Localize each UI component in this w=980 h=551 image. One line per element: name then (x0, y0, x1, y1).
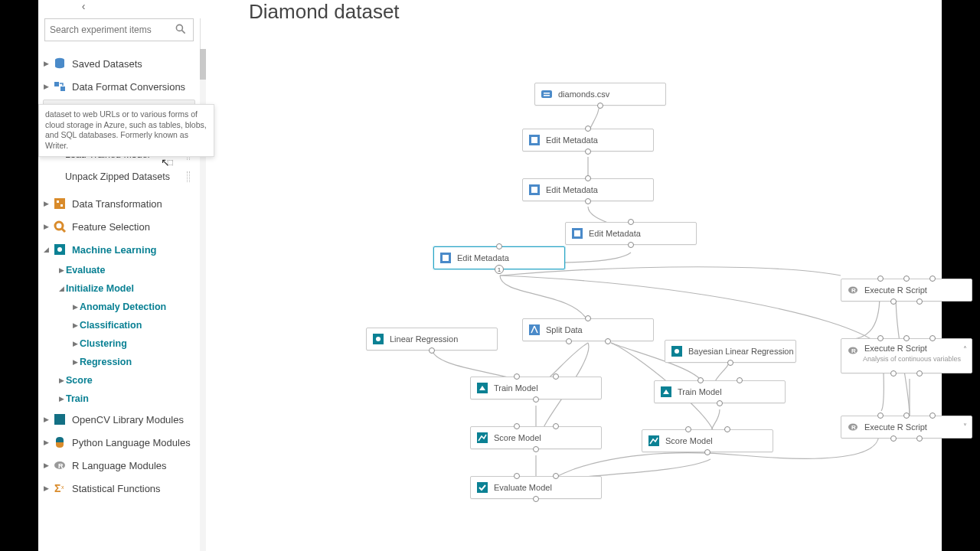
node-linear-regression[interactable]: Linear Regression (366, 328, 498, 350)
output-port[interactable] (890, 370, 897, 377)
output-port[interactable] (566, 338, 572, 344)
input-port[interactable] (877, 412, 884, 419)
output-port[interactable] (597, 103, 603, 109)
category-python[interactable]: ▶ Python Language Modules (38, 431, 200, 454)
input-port[interactable] (903, 276, 910, 282)
ml-regression[interactable]: ▶Regression (38, 353, 200, 371)
output-port[interactable] (916, 435, 923, 442)
dataset-icon (540, 87, 554, 101)
ml-anomaly[interactable]: ▶Anomaly Detection (38, 298, 200, 316)
ml-evaluate[interactable]: ▶Evaluate (38, 261, 200, 279)
output-port[interactable] (890, 435, 897, 442)
output-port[interactable] (533, 446, 539, 452)
output-port[interactable] (585, 148, 591, 155)
input-port[interactable] (877, 335, 884, 341)
node-split-data[interactable]: Split Data (522, 318, 654, 341)
svg-text:R: R (851, 424, 856, 431)
node-train-model-1[interactable]: Train Model (470, 377, 602, 399)
input-port[interactable] (496, 243, 502, 249)
category-r[interactable]: ▶ R R Language Modules (38, 454, 200, 477)
input-port[interactable] (585, 126, 591, 132)
category-data-format[interactable]: ▶ Data Format Conversions (38, 75, 200, 98)
chevron-right-icon: ▶ (41, 416, 51, 423)
input-port[interactable] (877, 276, 884, 282)
module-icon (570, 227, 584, 240)
output-port[interactable] (628, 242, 634, 248)
category-opencv[interactable]: ▶ OpenCV Library Modules (38, 408, 200, 431)
transform-icon (52, 196, 67, 211)
node-score-model-2[interactable]: Score Model (642, 429, 773, 452)
input-port[interactable] (903, 335, 910, 341)
input-port[interactable] (929, 276, 936, 282)
category-feature-selection[interactable]: ▶ Feature Selection (38, 215, 200, 238)
experiment-canvas[interactable]: diamonds.csv Edit Metadata Edit Metadata… (205, 31, 940, 551)
ml-train[interactable]: ▶Train (38, 390, 200, 408)
ml-clustering[interactable]: ▶Clustering (38, 334, 200, 353)
output-port[interactable] (605, 338, 611, 344)
output-port[interactable]: 1 (495, 265, 504, 274)
node-edit-metadata-1[interactable]: Edit Metadata (522, 129, 654, 152)
ml-classification[interactable]: ▶Classification (38, 316, 200, 334)
collapse-sidebar-button[interactable]: ‹ (77, 0, 90, 15)
input-port[interactable] (685, 426, 691, 432)
output-port[interactable] (916, 370, 923, 377)
output-port[interactable] (704, 449, 710, 455)
output-port[interactable] (890, 298, 897, 305)
node-edit-metadata-4[interactable]: Edit Metadata 1 (433, 246, 565, 269)
ml-initialize[interactable]: ◢Initialize Model (38, 279, 200, 298)
input-port[interactable] (553, 423, 559, 429)
input-port[interactable] (585, 175, 591, 181)
chevron-right-icon: ▶ (70, 358, 80, 366)
node-dataset[interactable]: diamonds.csv (534, 83, 666, 106)
node-edit-metadata-2[interactable]: Edit Metadata (522, 178, 654, 201)
search-icon[interactable] (175, 23, 188, 37)
output-port[interactable] (717, 400, 723, 406)
node-evaluate-model[interactable]: Evaluate Model (470, 476, 602, 499)
category-data-transform[interactable]: ▶ Data Transformation (38, 192, 200, 215)
chevron-up-icon[interactable]: ˄ (963, 345, 967, 354)
search-box[interactable] (44, 18, 194, 41)
input-port[interactable] (514, 473, 520, 479)
input-port[interactable] (585, 315, 591, 321)
output-port[interactable] (533, 396, 539, 403)
input-port[interactable] (737, 377, 743, 383)
r-icon: R (846, 344, 860, 357)
svg-rect-27 (574, 230, 580, 236)
module-unpack-zip[interactable]: Unpack Zipped Datasets (43, 166, 195, 187)
svg-text:R: R (851, 347, 856, 354)
chevron-down-icon[interactable]: ˅ (963, 422, 967, 431)
svg-point-10 (55, 222, 63, 230)
input-port[interactable] (903, 412, 910, 419)
node-score-model-1[interactable]: Score Model (470, 426, 602, 449)
input-port[interactable] (697, 377, 704, 383)
input-port[interactable] (929, 335, 936, 341)
output-port[interactable] (727, 360, 733, 366)
input-port[interactable] (553, 373, 559, 380)
node-train-model-2[interactable]: Train Model (654, 380, 786, 403)
node-edit-metadata-3[interactable]: Edit Metadata (565, 222, 697, 245)
node-r-script-2[interactable]: R Execute R Script Analysis of continuou… (841, 338, 972, 373)
search-input[interactable] (50, 24, 175, 35)
database-icon (52, 56, 67, 71)
output-port[interactable] (533, 496, 539, 502)
input-port[interactable] (514, 373, 520, 380)
node-r-script-1[interactable]: R Execute R Script (841, 279, 972, 302)
input-port[interactable] (553, 473, 559, 479)
ml-score[interactable]: ▶Score (38, 371, 200, 390)
input-port[interactable] (929, 412, 936, 419)
svg-rect-21 (544, 95, 550, 96)
chevron-right-icon: ▶ (41, 484, 51, 492)
output-port[interactable] (585, 198, 591, 204)
category-saved-datasets[interactable]: ▶ Saved Datasets (38, 52, 200, 75)
svg-line-1 (182, 31, 185, 34)
node-bayesian-regression[interactable]: Bayesian Linear Regression (665, 340, 796, 363)
input-port[interactable] (514, 423, 520, 429)
input-port[interactable] (628, 219, 634, 225)
output-port[interactable] (429, 347, 435, 354)
output-port[interactable] (916, 298, 923, 305)
node-r-script-3[interactable]: R Execute R Script ˅ (841, 416, 972, 439)
input-port[interactable] (724, 426, 730, 432)
category-machine-learning[interactable]: ◢ Machine Learning (38, 238, 200, 261)
chevron-down-icon: ◢ (57, 285, 66, 292)
category-stats[interactable]: ▶ Σx Statistical Functions (38, 477, 200, 500)
